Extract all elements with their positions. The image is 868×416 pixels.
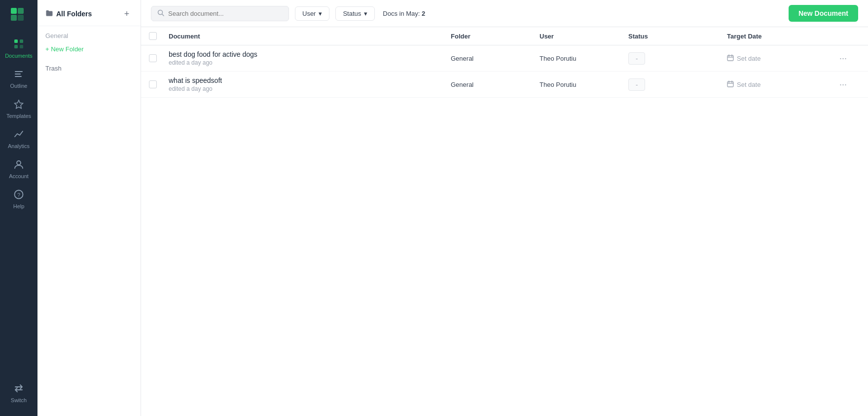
doc-info: what is speedsoft edited a day ago (169, 76, 451, 92)
header-checkbox-cell (149, 32, 169, 40)
doc-folder: General (451, 81, 540, 88)
row-checkbox-cell (149, 54, 169, 62)
row-actions: ··· (835, 51, 860, 66)
more-options-button[interactable]: ··· (835, 77, 851, 92)
new-folder-link[interactable]: + New Folder (37, 42, 141, 56)
table-header: Document Folder User Status Target Date (141, 27, 868, 45)
folder-header: All Folders + (37, 0, 141, 26)
folder-panel: All Folders + General + New Folder Trash (37, 0, 141, 416)
calendar-icon (727, 54, 734, 63)
sidebar-item-account-label: Account (9, 173, 29, 179)
svg-rect-7 (20, 45, 23, 48)
calendar-icon (727, 80, 734, 89)
new-document-button[interactable]: New Document (789, 5, 858, 22)
status-filter-chevron-icon: ▾ (364, 10, 367, 17)
status-filter-button[interactable]: Status ▾ (335, 6, 375, 21)
row-checkbox-cell (149, 80, 169, 88)
sidebar-item-analytics[interactable]: Analytics (0, 124, 37, 154)
sidebar: Documents Outline Templates Analytics (0, 0, 37, 416)
svg-rect-2 (11, 15, 17, 21)
analytics-icon (13, 129, 24, 141)
svg-rect-16 (727, 55, 733, 61)
folder-icon (45, 9, 53, 19)
toolbar: User ▾ Status ▾ Docs in May: 2 New Docum… (141, 0, 868, 27)
svg-rect-1 (18, 8, 24, 14)
header-folder: Folder (451, 33, 540, 40)
svg-rect-0 (11, 8, 17, 14)
search-box (151, 6, 289, 21)
svg-rect-5 (20, 39, 23, 43)
svg-rect-3 (18, 15, 24, 21)
search-icon (157, 9, 164, 18)
docs-count-value: 2 (422, 10, 425, 17)
header-target-date: Target Date (727, 33, 835, 40)
trash-folder[interactable]: Trash (37, 60, 141, 77)
svg-rect-6 (14, 45, 18, 48)
general-folder-label: General (37, 26, 141, 42)
doc-title: what is speedsoft (169, 76, 451, 84)
folder-header-title: All Folders (45, 9, 92, 19)
app-logo (9, 6, 29, 26)
doc-folder: General (451, 55, 540, 62)
doc-info: best dog food for active dogs edited a d… (169, 50, 451, 66)
sidebar-item-documents-label: Documents (5, 53, 33, 59)
set-date-label: Set date (737, 55, 760, 62)
table-row[interactable]: what is speedsoft edited a day ago Gener… (141, 72, 868, 98)
doc-user: Theo Porutiu (540, 81, 628, 88)
documents-icon (13, 38, 24, 51)
user-filter-button[interactable]: User ▾ (295, 6, 329, 21)
sidebar-item-account[interactable]: Account (0, 154, 37, 184)
svg-text:?: ? (17, 192, 20, 198)
status-badge[interactable]: - (628, 78, 645, 91)
row-checkbox[interactable] (149, 54, 157, 62)
sidebar-item-switch-label: Switch (11, 397, 27, 403)
user-filter-label: User (302, 10, 316, 17)
doc-status: - (628, 78, 727, 91)
row-actions: ··· (835, 77, 860, 92)
sidebar-item-documents[interactable]: Documents (0, 34, 37, 64)
switch-icon (13, 383, 24, 395)
account-icon (13, 159, 24, 171)
sidebar-item-switch[interactable]: Switch (0, 378, 37, 408)
select-all-checkbox[interactable] (149, 32, 157, 40)
sidebar-item-analytics-label: Analytics (8, 143, 30, 149)
help-icon: ? (13, 189, 24, 201)
main-content: User ▾ Status ▾ Docs in May: 2 New Docum… (141, 0, 868, 416)
set-date-label: Set date (737, 81, 760, 88)
doc-status: - (628, 52, 727, 65)
templates-icon (13, 99, 24, 111)
user-filter-chevron-icon: ▾ (319, 10, 322, 17)
docs-count: Docs in May: 2 (383, 10, 425, 17)
sidebar-item-help[interactable]: ? Help (0, 184, 37, 214)
status-badge[interactable]: - (628, 52, 645, 65)
header-user: User (540, 33, 628, 40)
add-folder-button[interactable]: + (121, 8, 133, 20)
sidebar-item-help-label: Help (13, 203, 25, 209)
doc-target-date[interactable]: Set date (727, 54, 835, 63)
svg-point-11 (17, 161, 21, 165)
sidebar-item-templates-label: Templates (6, 113, 31, 119)
search-input[interactable] (168, 10, 283, 17)
header-document: Document (169, 33, 451, 40)
outline-icon (13, 69, 24, 81)
documents-table: Document Folder User Status Target Date … (141, 27, 868, 416)
sidebar-item-outline-label: Outline (10, 83, 28, 89)
doc-title: best dog food for active dogs (169, 50, 451, 58)
status-filter-label: Status (343, 10, 361, 17)
doc-target-date[interactable]: Set date (727, 80, 835, 89)
svg-line-15 (162, 14, 164, 16)
svg-rect-4 (14, 39, 18, 43)
doc-subtitle: edited a day ago (169, 59, 451, 66)
more-options-button[interactable]: ··· (835, 51, 851, 66)
row-checkbox[interactable] (149, 80, 157, 88)
sidebar-item-templates[interactable]: Templates (0, 94, 37, 124)
doc-subtitle: edited a day ago (169, 85, 451, 92)
table-row[interactable]: best dog food for active dogs edited a d… (141, 45, 868, 72)
header-status: Status (628, 33, 727, 40)
svg-rect-20 (727, 81, 733, 87)
sidebar-item-outline[interactable]: Outline (0, 64, 37, 94)
doc-user: Theo Porutiu (540, 55, 628, 62)
